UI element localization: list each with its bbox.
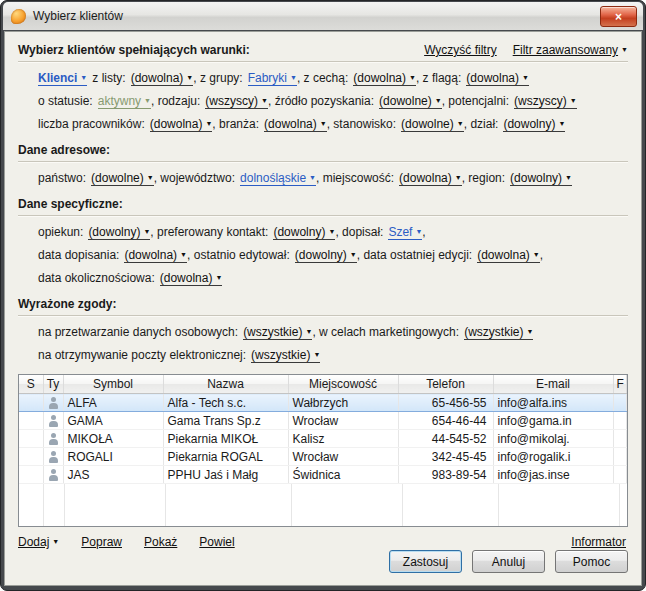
- caretaker-filter-dropdown[interactable]: (dowolny)▼: [88, 225, 150, 240]
- col-header-s[interactable]: S: [19, 375, 43, 394]
- trailing-comma: ,: [422, 225, 425, 239]
- col-header-symbol[interactable]: Symbol: [63, 375, 163, 394]
- filter-row-consents-2: na otrzymywanie poczty elektronicznej:(w…: [38, 347, 628, 363]
- dialog-window: Wybierz klientów × Wybierz klientów speł…: [0, 0, 646, 591]
- status-filter-dropdown[interactable]: aktywny▼: [98, 94, 151, 109]
- section-divider: [18, 61, 628, 63]
- cell-s: [19, 466, 43, 484]
- source-filter-dropdown[interactable]: (dowolne)▼: [379, 94, 442, 109]
- clear-filters-link[interactable]: Wyczyść filtry: [424, 43, 497, 57]
- specific-section-title: Dane specyficzne:: [18, 197, 123, 212]
- dropdown-arrow-icon: ▼: [558, 120, 565, 127]
- position-filter-dropdown[interactable]: (dowolne)▼: [401, 117, 464, 132]
- cancel-button[interactable]: Anuluj: [472, 550, 545, 573]
- consent-marketing-label: , w celach marketingowych:: [312, 325, 459, 339]
- cell-s: [19, 430, 43, 448]
- industry-label: , branża:: [212, 117, 259, 131]
- filter-row-address: państwo:(dowolne)▼, województwo:dolnoślą…: [38, 170, 628, 186]
- help-button[interactable]: Pomoc: [555, 550, 628, 573]
- cell-symbol: JAS: [63, 466, 163, 484]
- trait-filter-dropdown[interactable]: (dowolna)▼: [353, 71, 416, 86]
- table-row[interactable]: ROGALI Piekarnia ROGAL Wrocław 342-45-45…: [19, 448, 627, 466]
- close-button[interactable]: ×: [600, 6, 637, 27]
- cell-f: [613, 466, 627, 484]
- table-row[interactable]: JAS PPHU Jaś i Małg Świdnica 983-89-54 i…: [19, 466, 627, 484]
- consent-personal-dropdown[interactable]: (wszystkie)▼: [243, 325, 312, 340]
- close-icon: ×: [615, 10, 622, 24]
- list-filter-dropdown[interactable]: (dowolna)▼: [131, 71, 194, 86]
- dropdown-arrow-icon: ▼: [522, 74, 529, 81]
- col-header-email[interactable]: E-mail: [493, 375, 613, 394]
- potential-filter-dropdown[interactable]: (wszyscy)▼: [514, 94, 577, 109]
- date-added-dropdown[interactable]: (dowolna)▼: [124, 248, 187, 263]
- dropdown-arrow-icon: ▼: [533, 251, 540, 258]
- potential-label: , potencjalni:: [442, 94, 509, 108]
- cell-f: [613, 394, 627, 412]
- last-edit-date-dropdown[interactable]: (dowolna)▼: [477, 248, 540, 263]
- clients-dropdown[interactable]: Klienci▼: [38, 71, 87, 86]
- cell-city: Wrocław: [288, 448, 398, 466]
- industry-filter-dropdown[interactable]: (dowolna)▼: [264, 117, 327, 132]
- kind-label: , rodzaju:: [151, 94, 200, 108]
- table-row[interactable]: ALFA Alfa - Tech s.c. Wałbrzych 65-456-5…: [19, 394, 627, 412]
- cell-symbol: ROGALI: [63, 448, 163, 466]
- kind-filter-dropdown[interactable]: (wszyscy)▼: [205, 94, 268, 109]
- col-header-miejscowosc[interactable]: Miejscowość: [288, 375, 398, 394]
- consent-marketing-dropdown[interactable]: (wszystkie)▼: [464, 325, 533, 340]
- flag-filter-dropdown[interactable]: (dowolna)▼: [466, 71, 529, 86]
- cell-city: Wałbrzych: [288, 394, 398, 412]
- col-header-ty[interactable]: Ty: [43, 375, 63, 394]
- show-link[interactable]: Pokaż: [144, 535, 177, 550]
- cell-phone: 654-46-44: [398, 412, 493, 430]
- table-row[interactable]: MIKOŁA Piekarnia MIKOŁ Kalisz 44-545-52 …: [19, 430, 627, 448]
- occasion-date-label: data okolicznościowa:: [38, 271, 155, 285]
- source-label: , źródło pozyskania:: [268, 94, 374, 108]
- dropdown-arrow-icon: ▼: [526, 328, 533, 335]
- informator-link[interactable]: Informator: [571, 535, 626, 550]
- advanced-filter-link[interactable]: Filtr zaawansowany▼: [513, 43, 628, 57]
- filter-row-occasion: data okolicznościowa:(dowolna)▼: [38, 270, 628, 286]
- cell-type: [43, 430, 63, 448]
- cell-phone: 342-45-45: [398, 448, 493, 466]
- title-bar[interactable]: Wybierz klientów ×: [3, 2, 643, 30]
- duplicate-link[interactable]: Powiel: [199, 535, 234, 550]
- dropdown-arrow-icon: ▼: [350, 251, 357, 258]
- section-divider: [18, 315, 628, 317]
- col-header-nazwa[interactable]: Nazwa: [163, 375, 288, 394]
- dropdown-arrow-icon: ▼: [455, 174, 462, 181]
- table-row[interactable]: GAMA Gama Trans Sp.z Wrocław 654-46-44 i…: [19, 412, 627, 430]
- dropdown-arrow-icon: ▼: [290, 74, 297, 81]
- preferred-contact-dropdown[interactable]: (dowolny)▼: [273, 225, 335, 240]
- apply-button[interactable]: Zastosuj: [389, 550, 462, 573]
- dropdown-arrow-icon: ▼: [570, 97, 577, 104]
- person-icon: [48, 469, 59, 481]
- city-filter-dropdown[interactable]: (dowolna)▼: [399, 171, 462, 186]
- cell-email: info@mikolaj.: [493, 430, 613, 448]
- edit-link[interactable]: Popraw: [81, 535, 122, 550]
- country-label: państwo:: [38, 171, 86, 185]
- consent-email-dropdown[interactable]: (wszystkie)▼: [251, 348, 320, 363]
- section-divider: [18, 161, 628, 163]
- last-edited-by-dropdown[interactable]: (dowolny)▼: [295, 248, 357, 263]
- cell-name: Piekarnia ROGAL: [163, 448, 288, 466]
- cell-city: Kalisz: [288, 430, 398, 448]
- group-filter-dropdown[interactable]: Fabryki▼: [248, 71, 297, 86]
- cell-type: [43, 394, 63, 412]
- voivodeship-filter-dropdown[interactable]: dolnośląskie▼: [240, 171, 316, 186]
- cell-name: Piekarnia MIKOŁ: [163, 430, 288, 448]
- col-header-telefon[interactable]: Telefon: [398, 375, 493, 394]
- region-label: , region:: [462, 171, 505, 185]
- employees-filter-dropdown[interactable]: (dowolna)▼: [150, 117, 213, 132]
- occasion-date-dropdown[interactable]: (dowolna)▼: [160, 271, 223, 286]
- col-header-f[interactable]: F: [613, 375, 627, 394]
- country-filter-dropdown[interactable]: (dowolne)▼: [91, 171, 154, 186]
- region-filter-dropdown[interactable]: (dowolny)▼: [510, 171, 572, 186]
- consent-email-label: na otrzymywanie poczty elektronicznej:: [38, 348, 246, 362]
- address-section-header: Dane adresowe:: [18, 143, 628, 158]
- added-by-dropdown[interactable]: Szef▼: [388, 225, 422, 240]
- consents-section-title: Wyrażone zgody:: [18, 297, 116, 312]
- add-button[interactable]: Dodaj▼: [18, 534, 59, 550]
- filter-row-consents-1: na przetwarzanie danych osobowych:(wszys…: [38, 324, 628, 340]
- conditions-section-header: Wybierz klientów spełniających warunki: …: [18, 42, 628, 58]
- department-filter-dropdown[interactable]: (dowolny)▼: [503, 117, 565, 132]
